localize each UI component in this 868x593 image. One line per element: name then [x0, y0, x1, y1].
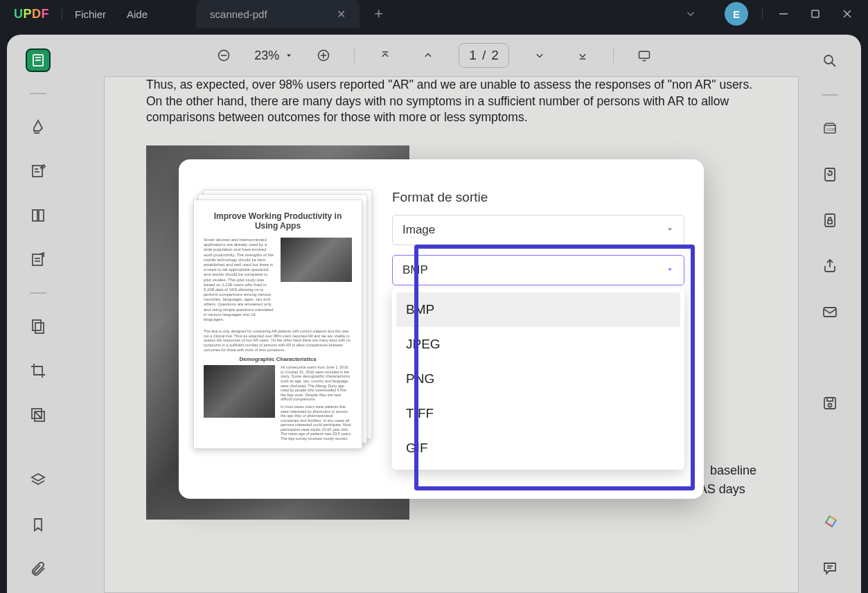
chevron-down-icon[interactable]	[684, 8, 697, 20]
export-form: Format de sortie Image BMP BMP JPEG PNG …	[380, 159, 704, 499]
user-avatar[interactable]: E	[725, 2, 748, 26]
format-type-select[interactable]: Image	[392, 215, 684, 245]
tab-title: scanned-pdf	[210, 8, 267, 20]
option-png[interactable]: PNG	[396, 362, 680, 396]
option-gif[interactable]: GIF	[396, 431, 680, 466]
caret-down-icon	[666, 223, 674, 237]
thumb-image	[204, 365, 275, 418]
separator	[62, 8, 62, 19]
close-icon[interactable]: ✕	[337, 8, 346, 21]
maximize-button[interactable]	[808, 7, 822, 21]
close-window-button[interactable]	[840, 7, 854, 21]
minimize-button[interactable]	[777, 7, 790, 21]
document-tab[interactable]: scanned-pdf ✕	[196, 0, 360, 28]
export-modal: Improve Working Productivity in Using Ap…	[179, 159, 704, 499]
separator	[762, 8, 763, 19]
menu-file[interactable]: Fichier	[75, 8, 106, 20]
option-jpeg[interactable]: JPEG	[396, 327, 680, 362]
caret-down-icon	[666, 263, 674, 277]
output-format-label: Format de sortie	[392, 190, 684, 205]
thumb-preview: Improve Working Productivity in Using Ap…	[193, 200, 362, 449]
option-tiff[interactable]: TIFF	[396, 396, 680, 431]
work-area: 23% 1 / 2 Thus, as expected, over 98% us…	[7, 35, 861, 593]
thumb-image	[281, 238, 352, 282]
option-bmp[interactable]: BMP	[396, 292, 680, 327]
image-format-select[interactable]: BMP	[392, 255, 684, 285]
image-format-dropdown: BMP JPEG PNG TIFF GIF	[392, 288, 684, 470]
menu-help[interactable]: Aide	[127, 8, 148, 20]
new-tab-button[interactable]: +	[366, 1, 391, 26]
svg-rect-1	[812, 10, 819, 17]
titlebar: UPDF Fichier Aide scanned-pdf ✕ + E	[0, 0, 868, 28]
app-logo: UPDF	[14, 7, 49, 21]
svg-marker-45	[668, 229, 672, 231]
svg-marker-46	[668, 269, 672, 272]
preview-pane: Improve Working Productivity in Using Ap…	[179, 159, 380, 499]
